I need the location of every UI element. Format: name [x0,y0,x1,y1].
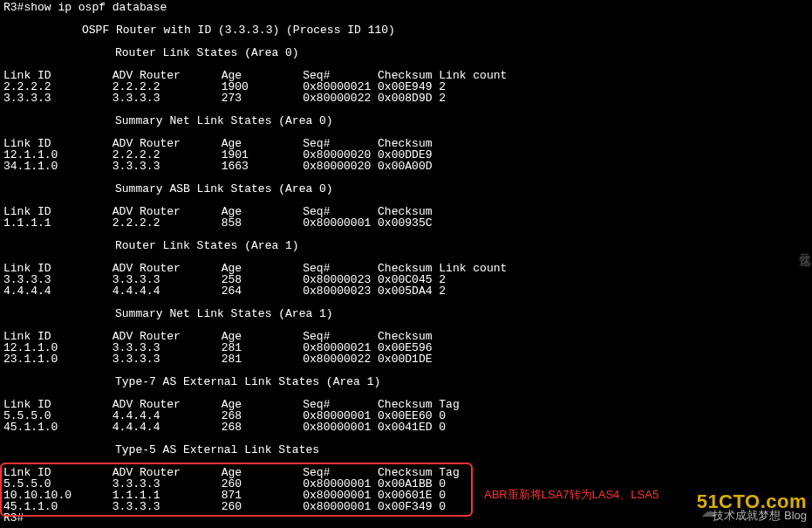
table-row: 4.4.4.4 4.4.4.4 264 0x80000023 0x005DA4 … [3,285,809,297]
section-title: Type-7 AS External Link States (Area 1) [115,376,809,387]
annotation-text: ABR重新将LSA7转为LAS4、LSA5 [484,489,658,500]
watermark-logo: 51CTO.com [697,496,807,507]
watermark-subtitle: 技术成就梦想 Blog [713,510,807,521]
section-title: Summary Net Link States (Area 1) [115,308,809,319]
section-title: Summary ASB Link States (Area 0) [115,183,809,195]
table-row: 45.1.1.0 3.3.3.3 260 0x80000001 0x00F349… [3,501,809,512]
table-row: 23.1.1.0 3.3.3.3 281 0x80000022 0x00D1DE [3,353,809,365]
section-title: Router Link States (Area 1) [115,240,809,251]
table-row: 45.1.1.0 4.4.4.4 268 0x80000001 0x0041ED… [3,422,809,433]
section-title: Summary Net Link States (Area 0) [115,115,809,127]
table-row: 3.3.3.3 3.3.3.3 273 0x80000022 0x008D9D … [3,93,809,104]
section-title: Router Link States (Area 0) [115,47,809,58]
table-row: 1.1.1.1 2.2.2.2 858 0x80000001 0x00935C [3,217,809,229]
table-row: 34.1.1.0 3.3.3.3 1663 0x80000020 0x00A00… [3,161,809,172]
prompt-line[interactable]: R3# [3,512,809,524]
ospf-header: OSPF Router with ID (3.3.3.3) (Process I… [82,24,809,36]
section-title: Type-5 AS External Link States [115,444,809,456]
command-line: R3#show ip ospf database [3,2,809,13]
